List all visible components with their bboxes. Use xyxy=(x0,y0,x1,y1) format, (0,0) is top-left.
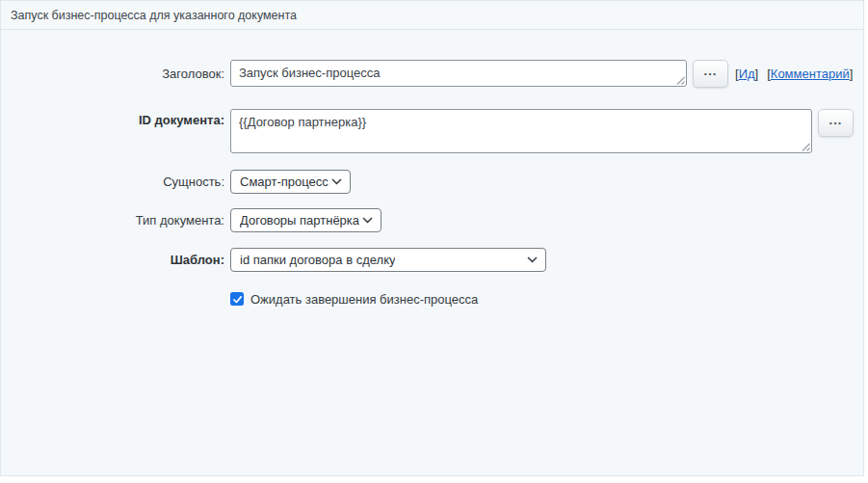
template-label: Шаблон: xyxy=(1,248,224,272)
title-row: Заголовок: Запуск бизнес-процесса ... [И… xyxy=(1,60,865,88)
document-id-row: ID документа: {{Договор партнерка}} ... xyxy=(1,109,865,153)
title-links: [Ид] [Комментарий] xyxy=(735,60,853,88)
entity-row: Сущность: Смарт-процесс xyxy=(1,170,865,194)
template-row: Шаблон: id папки договора в сделку xyxy=(1,248,865,272)
entity-label: Сущность: xyxy=(1,170,224,194)
wait-checkbox-label: Ожидать завершения бизнес-процесса xyxy=(250,292,478,307)
id-link[interactable]: Ид xyxy=(739,67,755,81)
chevron-down-icon xyxy=(330,175,343,188)
title-input-wrap: Запуск бизнес-процесса xyxy=(230,60,687,87)
id-link-group: [Ид] xyxy=(735,67,758,81)
doc-type-select[interactable]: Договоры партнёрка xyxy=(230,208,381,232)
document-id-input[interactable]: {{Договор партнерка}} xyxy=(230,109,812,153)
comment-link-group: [Комментарий] xyxy=(767,67,853,81)
title-input[interactable]: Запуск бизнес-процесса xyxy=(230,60,687,87)
comment-link[interactable]: Комментарий xyxy=(771,67,850,81)
document-id-label: ID документа: xyxy=(1,113,224,127)
document-id-input-wrap: {{Договор партнерка}} xyxy=(230,109,812,153)
chevron-down-icon xyxy=(526,254,539,266)
checkmark-icon xyxy=(232,294,243,305)
title-more-button[interactable]: ... xyxy=(693,60,728,88)
business-process-dialog: Запуск бизнес-процесса для указанного до… xyxy=(0,0,864,476)
chevron-down-icon xyxy=(361,214,374,227)
document-id-more-button[interactable]: ... xyxy=(818,109,854,137)
wait-checkbox[interactable] xyxy=(230,292,244,306)
doc-type-label: Тип документа: xyxy=(1,208,224,232)
entity-select[interactable]: Смарт-процесс xyxy=(230,170,351,194)
doc-type-row: Тип документа: Договоры партнёрка xyxy=(1,208,865,232)
wait-checkbox-row: Ожидать завершения бизнес-процесса xyxy=(1,291,865,309)
dialog-header: Запуск бизнес-процесса для указанного до… xyxy=(1,1,863,30)
title-label: Заголовок: xyxy=(1,60,224,88)
template-select[interactable]: id папки договора в сделку xyxy=(230,248,546,272)
dialog-title: Запуск бизнес-процесса для указанного до… xyxy=(11,9,297,22)
